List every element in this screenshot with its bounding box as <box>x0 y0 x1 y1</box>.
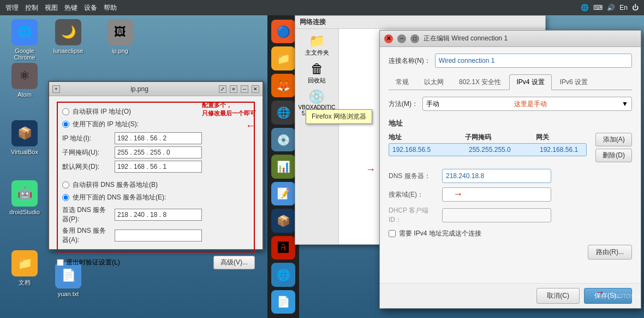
virtualbox-icon: 📦 <box>11 120 38 146</box>
sidebar-vbox-button[interactable]: 💿 <box>271 128 295 151</box>
sidebar-chrome-button[interactable]: 🌐 <box>271 101 295 124</box>
ip-add-btn[interactable]: + <box>52 85 60 93</box>
require-ipv4-checkbox[interactable] <box>389 230 396 237</box>
sidebar-text-button[interactable]: 📝 <box>271 182 295 205</box>
tab-ethernet[interactable]: 以太网 <box>417 74 451 90</box>
add-address-button[interactable]: 添加(A) <box>595 133 632 146</box>
taskbar-right: 🌐 ⌨ 🔊 En ⏻ <box>581 4 644 11</box>
use-ip-radio[interactable] <box>62 121 69 128</box>
sidebar-calc-button[interactable]: 📊 <box>271 155 295 178</box>
lunaeclipse-icon: 🌙 <box>55 19 81 45</box>
taskbar-menu-help[interactable]: 帮助 <box>104 3 117 13</box>
tab-general[interactable]: 常规 <box>389 74 416 90</box>
cancel-button[interactable]: 取消(C) <box>536 288 580 304</box>
dns-input[interactable] <box>442 169 551 183</box>
search-domain-label: 搜索域(E)： <box>389 190 438 199</box>
virtualbox-label: VirtualBox <box>11 149 38 155</box>
sidebar-font-button[interactable]: 🅰 <box>271 236 295 260</box>
address-section: 地址 地址 子网掩码 网关 192.168.56.5 255.255.255.0 <box>389 119 632 162</box>
use-dns-label: 使用下面的 DNS 服务器地址(E): <box>73 193 166 202</box>
files-trash[interactable]: 🗑 回收站 <box>308 61 326 85</box>
address-table-row[interactable]: 192.168.56.5 255.255.255.0 192.168.56.1 <box>389 143 587 156</box>
dhcp-input[interactable] <box>442 208 551 222</box>
alternate-dns-row: 备用 DNS 服务器(A): <box>62 226 249 245</box>
sidebar-ubuntu-button[interactable]: 🔵 <box>271 20 295 43</box>
use-ip-label: 使用下面的 IP 地址(S): <box>73 120 139 129</box>
taskbar-menu-hotkey[interactable]: 热键 <box>64 3 77 13</box>
alternate-dns-label: 备用 DNS 服务器(A): <box>62 226 111 245</box>
addr-header-gateway: 网关 <box>536 133 587 142</box>
gateway-input[interactable]: 192 . 168 . 56 . 1 <box>115 161 202 173</box>
addr-gateway: 192.168.56.1 <box>540 146 583 154</box>
use-dns-radio[interactable] <box>62 194 69 201</box>
auto-dns-radio[interactable] <box>62 181 69 189</box>
ip-addr-input[interactable]: 192 . 168 . 56 . 2 <box>115 132 202 144</box>
edit-max-button[interactable]: □ <box>410 34 419 43</box>
exit-validate-checkbox[interactable] <box>57 259 64 266</box>
use-dns-radio-row: 使用下面的 DNS 服务器地址(E): <box>62 193 249 202</box>
edit-close-button[interactable]: ✕ <box>384 34 393 43</box>
subnet-input[interactable]: 255 . 255 . 255 . 0 <box>115 146 202 158</box>
files-main-folder[interactable]: 📁 主文件夹 <box>305 33 329 57</box>
ip-expand-btn[interactable]: ⤢ <box>219 85 226 93</box>
ip-config-box: 自动获得 IP 地址(O) 使用下面的 IP 地址(S): IP 地址(I): … <box>57 102 255 252</box>
desktop-icon-lunaeclipse[interactable]: 🌙 lunaeclipse <box>49 19 87 54</box>
taskbar-menu-device[interactable]: 设备 <box>84 3 97 13</box>
exit-validate-label: 退出时验证设置(L) <box>66 258 120 267</box>
preferred-dns-input[interactable]: 218 . 240 . 18 . 8 <box>115 209 202 221</box>
dns-label: DNS 服务器： <box>389 172 438 181</box>
search-domain-input[interactable] <box>442 187 551 202</box>
sidebar-firefox-button[interactable]: 🦊 <box>271 74 295 97</box>
tab-ipv6[interactable]: IPv6 设置 <box>553 74 595 90</box>
sidebar-files-button[interactable]: 📁 <box>271 46 295 70</box>
ip-min-btn[interactable]: ─ <box>241 85 248 93</box>
delete-address-button[interactable]: 删除(D) <box>595 149 632 162</box>
edit-titlebar: ✕ ─ □ 正在编辑 Wired connection 1 <box>380 31 641 47</box>
androidstudio-label: droidStudio <box>9 209 40 215</box>
ip-menu-btn[interactable]: ≡ <box>230 85 237 93</box>
desktop: 管理 控制 视图 热键 设备 帮助 🌐 ⌨ 🔊 En ⏻ 🌐 Google Ch… <box>0 0 644 318</box>
method-value: 手动 <box>426 99 439 109</box>
gateway-label: 默认网关(D): <box>62 162 111 172</box>
ip-png-icon: 🖼 <box>107 19 133 45</box>
net-title-label: 网络连接 <box>300 17 326 27</box>
auto-dns-radio-row: 自动获得 DNS 服务器地址(B) <box>62 180 249 190</box>
connection-name-input[interactable] <box>435 54 632 68</box>
advanced-button[interactable]: 高级(V)... <box>213 256 255 269</box>
desktop-icon-atom[interactable]: ⚛ Atom <box>5 63 44 98</box>
taskbar-menu-manage[interactable]: 管理 <box>5 3 19 13</box>
ip-config-window: + ip.png ⤢ ≡ ─ ✕ 自动获得 IP 地址(O) 使用下面的 IP … <box>48 81 264 250</box>
top-taskbar: 管理 控制 视图 热键 设备 帮助 🌐 ⌨ 🔊 En ⏻ <box>0 0 644 15</box>
sidebar-vbox2-button[interactable]: 📦 <box>271 209 295 232</box>
search-domain-row: 搜索域(E)： <box>389 187 632 202</box>
documents-label: 文档 <box>19 279 31 287</box>
desktop-icon-ip-png[interactable]: 🖼 ip.png <box>101 19 139 54</box>
desktop-icon-virtualbox[interactable]: 📦 VirtualBox <box>5 120 44 155</box>
keyboard-icon: ⌨ <box>593 4 603 11</box>
auto-ip-radio[interactable] <box>62 108 69 115</box>
sidebar-net-button[interactable]: 🌐 <box>271 263 295 286</box>
manual-ip-radio-row: 使用下面的 IP 地址(S): <box>62 120 249 129</box>
volume-icon: 🔊 <box>607 4 615 11</box>
method-select[interactable]: 手动 这里是手动 ▼ <box>422 97 632 111</box>
auto-ip-label: 自动获得 IP 地址(O) <box>73 107 131 116</box>
taskbar-menu-view[interactable]: 视图 <box>45 3 58 13</box>
tab-8021x[interactable]: 802.1X 安全性 <box>452 74 508 90</box>
edit-min-button[interactable]: ─ <box>397 34 406 43</box>
ip-title-text: ip.png <box>63 85 216 93</box>
desktop-icon-chrome[interactable]: 🌐 Google Chrome <box>5 19 44 61</box>
ip-close-btn[interactable]: ✕ <box>252 85 259 93</box>
subnet-field-row: 子网掩码(U): 255 . 255 . 255 . 0 <box>62 146 249 158</box>
dns-server-row: DNS 服务器： <box>389 169 632 183</box>
desktop-icon-androidstudio[interactable]: 🤖 droidStudio <box>5 180 44 215</box>
alternate-dns-input[interactable] <box>115 229 202 242</box>
method-label: 方法(M)： <box>389 99 418 109</box>
edit-window-title: 正在编辑 Wired connection 1 <box>424 34 636 43</box>
desktop-icon-documents[interactable]: 📁 文档 <box>5 250 44 287</box>
tab-ipv4[interactable]: IPv4 设置 <box>509 74 551 90</box>
taskbar-menu-control[interactable]: 控制 <box>25 3 38 13</box>
sidebar-blue-button[interactable]: 📄 <box>271 290 295 314</box>
bottom-buttons-row: 取消(C) 保存(S)... <box>380 283 641 308</box>
route-button[interactable]: 路由(R)... <box>588 245 632 260</box>
edit-connection-window: ✕ ─ □ 正在编辑 Wired connection 1 连接名称(N)： 常… <box>379 30 641 309</box>
